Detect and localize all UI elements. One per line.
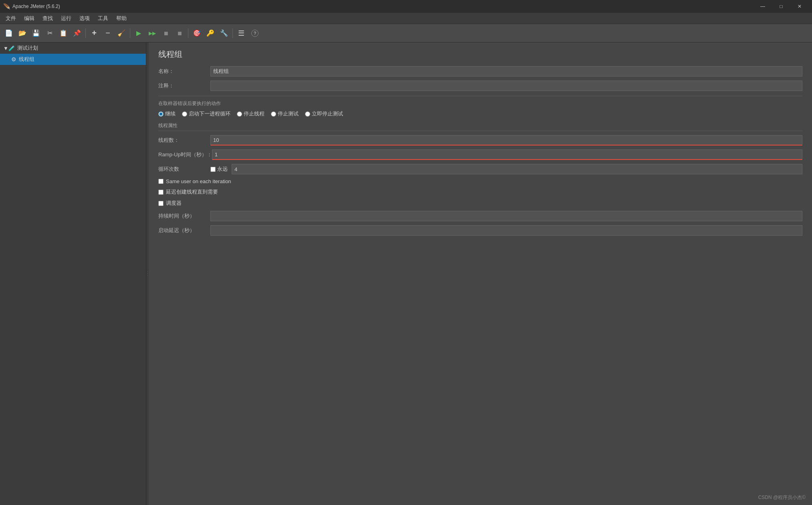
new-button[interactable]: 📄 bbox=[2, 27, 15, 40]
menu-run[interactable]: 运行 bbox=[57, 13, 75, 24]
test-plan-icon: 🧪 bbox=[8, 45, 15, 51]
same-user-option[interactable]: Same user on each iteration bbox=[158, 178, 802, 184]
thread-count-row: 线程数： bbox=[158, 135, 802, 145]
run-remote-button[interactable]: ▶▶ bbox=[146, 27, 159, 40]
remove-icon: − bbox=[105, 28, 110, 38]
radio-stop-test-label: 停止测试 bbox=[278, 110, 299, 117]
delay-create-option[interactable]: 延迟创建线程直到需要 bbox=[158, 188, 802, 196]
add-icon: + bbox=[92, 28, 97, 38]
open-icon: 📂 bbox=[18, 29, 26, 37]
thread-count-input[interactable] bbox=[210, 135, 802, 145]
toolbar-sep-3 bbox=[188, 28, 188, 38]
radio-next-loop[interactable]: 启动下一进程循环 bbox=[182, 110, 230, 117]
test-plan-label: 测试计划 bbox=[17, 44, 38, 52]
scheduler-option[interactable]: 调度器 bbox=[158, 200, 802, 207]
action-divider bbox=[158, 96, 802, 96]
tools-button[interactable]: 🔧 bbox=[218, 27, 230, 40]
toolbar-sep-4 bbox=[232, 28, 233, 38]
toolbar: 📄 📂 💾 ✂ 📋 📌 + − 🧹 ▶ ▶▶ ⏹ ⏹ 🎯 🔑 🔧 ☰ ? bbox=[0, 24, 812, 42]
clear-button[interactable]: 🧹 bbox=[115, 27, 128, 40]
key-button[interactable]: 🔑 bbox=[204, 27, 217, 40]
stop-remote-button[interactable]: ⏹ bbox=[173, 27, 186, 40]
action-radio-group: 继续 启动下一进程循环 停止线程 停止测试 立即停止测试 bbox=[158, 110, 802, 117]
scheduler-checkbox[interactable] bbox=[158, 201, 164, 206]
forever-checkbox-input[interactable] bbox=[210, 167, 216, 172]
ramp-up-input[interactable] bbox=[212, 149, 802, 160]
action-section-label: 在取样器错误后要执行的动作 bbox=[158, 100, 802, 107]
same-user-checkbox[interactable] bbox=[158, 179, 164, 184]
menu-edit[interactable]: 编辑 bbox=[20, 13, 38, 24]
save-button[interactable]: 💾 bbox=[30, 27, 42, 40]
radio-continue-input[interactable] bbox=[158, 111, 164, 117]
radio-stop-test-input[interactable] bbox=[271, 111, 276, 117]
menu-file[interactable]: 文件 bbox=[2, 13, 20, 24]
radio-stop-test[interactable]: 停止测试 bbox=[271, 110, 299, 117]
loop-count-input[interactable] bbox=[232, 164, 802, 174]
menu-options[interactable]: 选项 bbox=[75, 13, 94, 24]
duration-input[interactable] bbox=[210, 211, 802, 221]
duration-label: 持续时间（秒） bbox=[158, 212, 210, 220]
test-plan-arrow: ▼ bbox=[3, 45, 8, 51]
cut-button[interactable]: ✂ bbox=[43, 27, 56, 40]
list-button[interactable]: ☰ bbox=[235, 27, 248, 40]
paste-button[interactable]: 📌 bbox=[71, 27, 83, 40]
thread-group-icon: ⚙ bbox=[11, 56, 16, 63]
radio-stop-now[interactable]: 立即停止测试 bbox=[305, 110, 343, 117]
run-icon: ▶ bbox=[136, 29, 141, 37]
help-button[interactable]: ? bbox=[248, 27, 261, 40]
loop-count-row: 循环次数 永远 bbox=[158, 164, 802, 174]
name-input[interactable] bbox=[210, 66, 802, 77]
run-button[interactable]: ▶ bbox=[132, 27, 145, 40]
watermark: CSDN @程序员小杰© bbox=[758, 494, 806, 501]
ramp-up-row: Ramp-Up时间（秒）： bbox=[158, 149, 802, 160]
radio-next-loop-input[interactable] bbox=[182, 111, 187, 117]
radio-stop-now-label: 立即停止测试 bbox=[312, 110, 343, 117]
page-title: 线程组 bbox=[158, 49, 802, 60]
menu-help[interactable]: 帮助 bbox=[112, 13, 131, 24]
copy-button[interactable]: 📋 bbox=[57, 27, 70, 40]
delay-create-checkbox[interactable] bbox=[158, 190, 164, 195]
open-button[interactable]: 📂 bbox=[16, 27, 29, 40]
thread-count-label: 线程数： bbox=[158, 137, 210, 144]
sidebar-item-test-plan[interactable]: ▼ 🧪 测试计划 bbox=[0, 42, 146, 54]
cut-icon: ✂ bbox=[47, 29, 53, 37]
stop-button[interactable]: ⏹ bbox=[160, 27, 172, 40]
list-icon: ☰ bbox=[238, 29, 244, 38]
radio-next-loop-label: 启动下一进程循环 bbox=[189, 110, 230, 117]
remove-button[interactable]: − bbox=[101, 27, 114, 40]
radio-stop-now-input[interactable] bbox=[305, 111, 310, 117]
close-button[interactable]: ✕ bbox=[790, 0, 809, 13]
radio-stop-thread-input[interactable] bbox=[237, 111, 242, 117]
radio-continue-label: 继续 bbox=[165, 110, 176, 117]
app-icon: 🪶 bbox=[3, 3, 10, 10]
tools-icon: 🔧 bbox=[220, 29, 228, 37]
target-button[interactable]: 🎯 bbox=[190, 27, 203, 40]
key-icon: 🔑 bbox=[206, 29, 214, 37]
scheduler-label: 调度器 bbox=[166, 200, 182, 207]
menu-find[interactable]: 查找 bbox=[38, 13, 57, 24]
add-button[interactable]: + bbox=[88, 27, 101, 40]
paste-icon: 📌 bbox=[73, 29, 81, 37]
save-icon: 💾 bbox=[32, 29, 40, 37]
startup-delay-input[interactable] bbox=[210, 225, 802, 236]
title-bar-text: Apache JMeter (5.6.2) bbox=[12, 4, 753, 9]
radio-continue[interactable]: 继续 bbox=[158, 110, 176, 117]
menu-tools[interactable]: 工具 bbox=[94, 13, 112, 24]
comment-row: 注释： bbox=[158, 81, 802, 91]
comment-input[interactable] bbox=[210, 81, 802, 91]
new-icon: 📄 bbox=[5, 29, 13, 37]
maximize-button[interactable]: □ bbox=[772, 0, 790, 13]
sidebar: ▼ 🧪 测试计划 ⚙ 线程组 bbox=[0, 42, 146, 505]
menu-bar: 文件 编辑 查找 运行 选项 工具 帮助 bbox=[0, 13, 812, 24]
minimize-button[interactable]: — bbox=[753, 0, 772, 13]
radio-stop-thread[interactable]: 停止线程 bbox=[237, 110, 265, 117]
main-layout: ▼ 🧪 测试计划 ⚙ 线程组 ··· 线程组 名称： 注释： 在取样器错误后要执… bbox=[0, 42, 812, 505]
sidebar-item-thread-group[interactable]: ⚙ 线程组 bbox=[0, 54, 146, 65]
forever-checkbox[interactable]: 永远 bbox=[210, 166, 228, 173]
name-row: 名称： bbox=[158, 66, 802, 77]
help-icon: ? bbox=[251, 30, 259, 37]
comment-label: 注释： bbox=[158, 82, 210, 89]
ramp-up-label: Ramp-Up时间（秒）： bbox=[158, 151, 212, 158]
duration-row: 持续时间（秒） bbox=[158, 211, 802, 221]
stop-icon: ⏹ bbox=[163, 30, 169, 36]
